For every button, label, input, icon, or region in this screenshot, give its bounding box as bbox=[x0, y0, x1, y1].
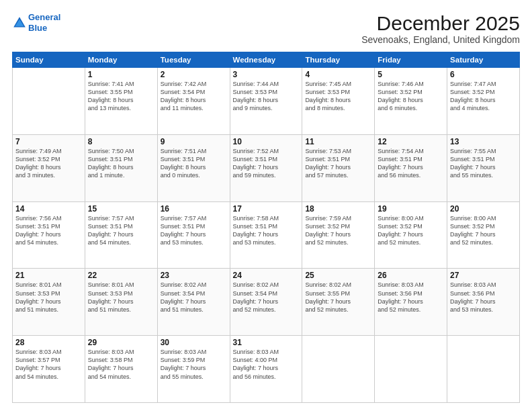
calendar-cell: 20Sunrise: 8:00 AMSunset: 3:52 PMDayligh… bbox=[447, 201, 520, 269]
cell-info: Sunrise: 8:03 AMSunset: 3:58 PMDaylight:… bbox=[88, 348, 154, 381]
day-number: 25 bbox=[305, 271, 371, 280]
cell-info: Sunrise: 7:47 AMSunset: 3:52 PMDaylight:… bbox=[450, 80, 517, 113]
header: General Blue December 2025 Sevenoaks, En… bbox=[12, 12, 520, 45]
cell-info: Sunrise: 8:03 AMSunset: 3:59 PMDaylight:… bbox=[161, 348, 227, 381]
calendar-cell: 11Sunrise: 7:53 AMSunset: 3:51 PMDayligh… bbox=[302, 134, 375, 201]
cell-info: Sunrise: 8:01 AMSunset: 3:53 PMDaylight:… bbox=[15, 281, 82, 314]
day-number: 9 bbox=[161, 137, 227, 146]
day-number: 28 bbox=[15, 338, 82, 347]
day-number: 26 bbox=[378, 271, 444, 280]
cell-info: Sunrise: 7:58 AMSunset: 3:51 PMDaylight:… bbox=[233, 214, 300, 247]
calendar-cell: 29Sunrise: 8:03 AMSunset: 3:58 PMDayligh… bbox=[85, 336, 157, 403]
calendar-cell: 8Sunrise: 7:50 AMSunset: 3:51 PMDaylight… bbox=[85, 134, 157, 201]
calendar-cell: 23Sunrise: 8:02 AMSunset: 3:54 PMDayligh… bbox=[157, 269, 230, 336]
calendar-cell: 22Sunrise: 8:01 AMSunset: 3:53 PMDayligh… bbox=[85, 269, 157, 336]
calendar-cell bbox=[447, 336, 520, 403]
day-number: 15 bbox=[88, 204, 154, 214]
calendar-cell: 14Sunrise: 7:56 AMSunset: 3:51 PMDayligh… bbox=[13, 201, 85, 269]
calendar-cell: 5Sunrise: 7:46 AMSunset: 3:52 PMDaylight… bbox=[375, 68, 447, 135]
calendar-cell: 2Sunrise: 7:42 AMSunset: 3:54 PMDaylight… bbox=[157, 68, 230, 135]
calendar-cell: 12Sunrise: 7:54 AMSunset: 3:51 PMDayligh… bbox=[375, 134, 447, 201]
day-number: 4 bbox=[305, 70, 371, 79]
calendar-cell: 21Sunrise: 8:01 AMSunset: 3:53 PMDayligh… bbox=[13, 269, 85, 336]
cell-info: Sunrise: 8:03 AMSunset: 3:57 PMDaylight:… bbox=[15, 348, 82, 381]
calendar-cell: 25Sunrise: 8:02 AMSunset: 3:55 PMDayligh… bbox=[302, 269, 375, 336]
cell-info: Sunrise: 7:55 AMSunset: 3:51 PMDaylight:… bbox=[450, 147, 517, 180]
calendar-cell: 15Sunrise: 7:57 AMSunset: 3:51 PMDayligh… bbox=[85, 201, 157, 269]
cell-info: Sunrise: 7:57 AMSunset: 3:51 PMDaylight:… bbox=[88, 214, 154, 247]
calendar-cell: 9Sunrise: 7:51 AMSunset: 3:51 PMDaylight… bbox=[157, 134, 230, 201]
title-block: December 2025 Sevenoaks, England, United… bbox=[361, 12, 520, 45]
cell-info: Sunrise: 7:46 AMSunset: 3:52 PMDaylight:… bbox=[378, 80, 444, 113]
page: General Blue December 2025 Sevenoaks, En… bbox=[0, 0, 532, 411]
calendar-cell: 31Sunrise: 8:03 AMSunset: 4:00 PMDayligh… bbox=[230, 336, 302, 403]
weekday-header: Saturday bbox=[447, 52, 520, 68]
cell-info: Sunrise: 7:44 AMSunset: 3:53 PMDaylight:… bbox=[233, 80, 300, 113]
cell-info: Sunrise: 8:02 AMSunset: 3:54 PMDaylight:… bbox=[233, 281, 300, 314]
cell-info: Sunrise: 7:41 AMSunset: 3:55 PMDaylight:… bbox=[88, 80, 154, 113]
weekday-header: Friday bbox=[375, 52, 447, 68]
calendar-cell: 4Sunrise: 7:45 AMSunset: 3:53 PMDaylight… bbox=[302, 68, 375, 135]
cell-info: Sunrise: 7:51 AMSunset: 3:51 PMDaylight:… bbox=[161, 147, 227, 180]
day-number: 6 bbox=[450, 70, 517, 79]
cell-info: Sunrise: 7:50 AMSunset: 3:51 PMDaylight:… bbox=[88, 147, 154, 180]
day-number: 5 bbox=[378, 70, 444, 79]
day-number: 11 bbox=[305, 137, 371, 146]
calendar-cell: 10Sunrise: 7:52 AMSunset: 3:51 PMDayligh… bbox=[230, 134, 302, 201]
calendar-cell: 3Sunrise: 7:44 AMSunset: 3:53 PMDaylight… bbox=[230, 68, 302, 135]
day-number: 23 bbox=[161, 271, 227, 280]
day-number: 24 bbox=[233, 271, 300, 280]
day-number: 31 bbox=[233, 338, 300, 347]
cell-info: Sunrise: 7:42 AMSunset: 3:54 PMDaylight:… bbox=[161, 80, 227, 113]
calendar-cell: 17Sunrise: 7:58 AMSunset: 3:51 PMDayligh… bbox=[230, 201, 302, 269]
logo-text: General Blue bbox=[28, 12, 60, 33]
day-number: 29 bbox=[88, 338, 154, 347]
day-number: 27 bbox=[450, 271, 517, 280]
cell-info: Sunrise: 8:02 AMSunset: 3:54 PMDaylight:… bbox=[161, 281, 227, 314]
day-number: 30 bbox=[161, 338, 227, 347]
day-number: 16 bbox=[161, 204, 227, 214]
month-title: December 2025 bbox=[361, 12, 520, 34]
calendar-cell: 6Sunrise: 7:47 AMSunset: 3:52 PMDaylight… bbox=[447, 68, 520, 135]
cell-info: Sunrise: 8:00 AMSunset: 3:52 PMDaylight:… bbox=[450, 214, 517, 247]
calendar-cell: 18Sunrise: 7:59 AMSunset: 3:52 PMDayligh… bbox=[302, 201, 375, 269]
calendar-cell: 7Sunrise: 7:49 AMSunset: 3:52 PMDaylight… bbox=[13, 134, 85, 201]
calendar-cell: 30Sunrise: 8:03 AMSunset: 3:59 PMDayligh… bbox=[157, 336, 230, 403]
day-number: 8 bbox=[88, 137, 154, 146]
day-number: 20 bbox=[450, 204, 517, 214]
calendar-cell: 16Sunrise: 7:57 AMSunset: 3:51 PMDayligh… bbox=[157, 201, 230, 269]
cell-info: Sunrise: 7:49 AMSunset: 3:52 PMDaylight:… bbox=[15, 147, 82, 180]
cell-info: Sunrise: 8:00 AMSunset: 3:52 PMDaylight:… bbox=[378, 214, 444, 247]
calendar-cell bbox=[375, 336, 447, 403]
day-number: 1 bbox=[88, 70, 154, 79]
cell-info: Sunrise: 8:03 AMSunset: 3:56 PMDaylight:… bbox=[378, 281, 444, 314]
day-number: 13 bbox=[450, 137, 517, 146]
day-number: 19 bbox=[378, 204, 444, 214]
logo: General Blue bbox=[12, 12, 60, 33]
day-number: 22 bbox=[88, 271, 154, 280]
day-number: 12 bbox=[378, 137, 444, 146]
weekday-header: Sunday bbox=[13, 52, 85, 68]
calendar-cell: 13Sunrise: 7:55 AMSunset: 3:51 PMDayligh… bbox=[447, 134, 520, 201]
day-number: 10 bbox=[233, 137, 300, 146]
calendar-cell: 27Sunrise: 8:03 AMSunset: 3:56 PMDayligh… bbox=[447, 269, 520, 336]
cell-info: Sunrise: 8:01 AMSunset: 3:53 PMDaylight:… bbox=[88, 281, 154, 314]
calendar-cell: 19Sunrise: 8:00 AMSunset: 3:52 PMDayligh… bbox=[375, 201, 447, 269]
calendar-cell: 26Sunrise: 8:03 AMSunset: 3:56 PMDayligh… bbox=[375, 269, 447, 336]
day-number: 3 bbox=[233, 70, 300, 79]
cell-info: Sunrise: 7:53 AMSunset: 3:51 PMDaylight:… bbox=[305, 147, 371, 180]
calendar-cell: 1Sunrise: 7:41 AMSunset: 3:55 PMDaylight… bbox=[85, 68, 157, 135]
location: Sevenoaks, England, United Kingdom bbox=[361, 34, 520, 45]
cell-info: Sunrise: 7:56 AMSunset: 3:51 PMDaylight:… bbox=[15, 214, 82, 247]
cell-info: Sunrise: 7:57 AMSunset: 3:51 PMDaylight:… bbox=[161, 214, 227, 247]
cell-info: Sunrise: 7:52 AMSunset: 3:51 PMDaylight:… bbox=[233, 147, 300, 180]
calendar-cell: 24Sunrise: 8:02 AMSunset: 3:54 PMDayligh… bbox=[230, 269, 302, 336]
cell-info: Sunrise: 8:02 AMSunset: 3:55 PMDaylight:… bbox=[305, 281, 371, 314]
logo-line2: Blue bbox=[28, 23, 47, 33]
logo-line1: General bbox=[28, 12, 60, 22]
day-number: 18 bbox=[305, 204, 371, 214]
cell-info: Sunrise: 8:03 AMSunset: 4:00 PMDaylight:… bbox=[233, 348, 300, 381]
weekday-header: Thursday bbox=[302, 52, 375, 68]
weekday-header: Monday bbox=[85, 52, 157, 68]
cell-info: Sunrise: 7:45 AMSunset: 3:53 PMDaylight:… bbox=[305, 80, 371, 113]
